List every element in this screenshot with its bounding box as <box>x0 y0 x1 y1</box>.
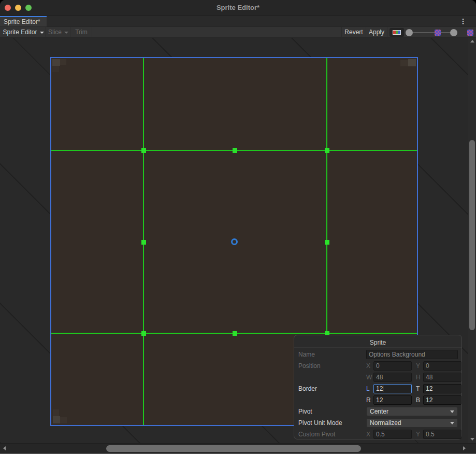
scroll-right-arrow-icon[interactable] <box>463 446 466 450</box>
custom-pivot-y-label: Y <box>416 431 423 438</box>
horizontal-scrollbar[interactable] <box>0 443 476 454</box>
texture-corner-pixels <box>52 66 59 72</box>
position-label: Position <box>298 362 366 370</box>
chevron-down-icon <box>64 32 68 34</box>
more-options-icon[interactable]: ⋮ <box>459 17 467 26</box>
mip-level-icon-large <box>467 30 473 36</box>
border-bottom-label: B <box>416 396 423 404</box>
mip-slider-handle[interactable] <box>450 29 457 36</box>
border-right-label: R <box>366 396 373 404</box>
mip-level-icon-small <box>435 30 441 36</box>
sprite-editor-window: Sprite Editor* Sprite Editor* ⋮ Sprite E… <box>0 0 476 454</box>
border-bottom-input[interactable] <box>423 395 461 405</box>
height-label: H <box>416 374 423 381</box>
toolbar-separator <box>70 27 70 37</box>
tab-label: Sprite Editor* <box>4 18 40 25</box>
maximize-button[interactable] <box>25 5 32 11</box>
pivot-row: Pivot Center <box>298 407 458 416</box>
toolbar-separator <box>46 27 46 37</box>
border-left-input[interactable] <box>373 384 412 393</box>
toolbar: Sprite Editor Slice Trim Revert Apply <box>0 27 476 37</box>
close-button[interactable] <box>5 5 11 11</box>
minimize-button[interactable] <box>15 5 21 11</box>
trim-button: Trim <box>71 27 91 37</box>
texture-corner-pixels <box>53 409 59 416</box>
texture-corner-pixels <box>60 417 67 423</box>
name-row: Name <box>298 350 458 359</box>
texture-corner-pixels <box>53 416 60 423</box>
toolbar-separator <box>92 27 92 37</box>
scroll-down-arrow-icon[interactable] <box>470 438 474 441</box>
border-left-label: L <box>366 385 373 392</box>
border-row-lt: Border L T <box>298 384 458 393</box>
tab-sprite-editor[interactable]: Sprite Editor* <box>0 16 47 26</box>
custom-pivot-row: Custom Pivot X Y <box>298 430 458 439</box>
scroll-left-arrow-icon[interactable] <box>3 446 6 450</box>
zoom-slider-handle[interactable] <box>406 29 413 36</box>
rgb-alpha-toggle-button[interactable] <box>390 28 404 37</box>
sprite-inspector-panel: Sprite Name Position X Y W H <box>294 335 462 439</box>
slice-label: Slice <box>48 29 62 36</box>
border-label: Border <box>298 385 366 392</box>
custom-pivot-x-input <box>373 430 412 439</box>
border-row-rb: R B <box>298 395 458 405</box>
height-input <box>423 373 461 382</box>
name-label: Name <box>298 351 366 358</box>
pivot-dropdown-value: Center <box>370 408 388 415</box>
text-caret <box>383 386 383 392</box>
slice-handle[interactable] <box>141 240 146 245</box>
name-input <box>366 350 458 359</box>
position-y-input <box>423 361 461 371</box>
slice-dropdown: Slice <box>47 27 69 37</box>
border-top-label: T <box>416 385 423 392</box>
rgb-channels-icon <box>393 30 401 35</box>
texture-corner-pixels <box>408 59 416 66</box>
window-title: Sprite Editor* <box>0 4 476 11</box>
sprite-editor-mode-dropdown[interactable]: Sprite Editor <box>2 27 45 37</box>
apply-label: Apply <box>369 29 384 36</box>
toolbar-separator <box>387 27 387 37</box>
pivot-unit-mode-value: Normalized <box>370 419 401 427</box>
title-bar: Sprite Editor* <box>0 0 476 16</box>
slice-handle[interactable] <box>141 148 146 153</box>
slice-handle[interactable] <box>325 240 329 245</box>
sprite-canvas[interactable]: Sprite Name Position X Y W H <box>0 38 476 443</box>
width-input <box>373 373 412 382</box>
apply-button[interactable]: Apply <box>366 27 387 37</box>
tab-bar: Sprite Editor* ⋮ <box>0 16 476 26</box>
slice-handle[interactable] <box>233 331 237 336</box>
texture-corner-pixels <box>400 60 408 66</box>
pivot-unit-mode-dropdown[interactable]: Normalized <box>366 418 458 428</box>
revert-label: Revert <box>344 29 363 36</box>
pivot-indicator[interactable] <box>231 238 238 245</box>
slice-handle[interactable] <box>325 148 329 153</box>
vertical-scrollbar[interactable] <box>468 38 476 443</box>
chevron-down-icon <box>450 422 454 424</box>
texture-corner-pixels <box>52 59 60 66</box>
position-x-label: X <box>366 362 373 370</box>
position-row-wh: W H <box>298 373 458 382</box>
pivot-dropdown[interactable]: Center <box>366 407 458 416</box>
pivot-unit-mode-label: Pivot Unit Mode <box>298 419 366 427</box>
border-right-input[interactable] <box>373 395 412 405</box>
scroll-up-arrow-icon[interactable] <box>470 40 474 42</box>
revert-button[interactable]: Revert <box>342 27 366 37</box>
custom-pivot-y-input <box>423 430 461 439</box>
pivot-label: Pivot <box>298 408 366 415</box>
slice-handle[interactable] <box>233 148 237 153</box>
vertical-scrollbar-thumb[interactable] <box>469 140 475 330</box>
texture-corner-pixels <box>60 59 66 65</box>
border-top-input[interactable] <box>423 384 461 393</box>
width-label: W <box>366 374 373 381</box>
slice-handle[interactable] <box>141 331 146 336</box>
zoom-slider-track[interactable] <box>413 32 451 33</box>
position-y-label: Y <box>416 362 423 370</box>
panel-title: Sprite <box>294 337 461 348</box>
horizontal-scrollbar-thumb[interactable] <box>106 445 361 452</box>
custom-pivot-label: Custom Pivot <box>298 431 366 438</box>
trim-label: Trim <box>75 29 88 36</box>
position-x-input <box>373 361 412 371</box>
position-row-xy: Position X Y <box>298 361 458 371</box>
sprite-editor-mode-label: Sprite Editor <box>3 29 37 36</box>
chevron-down-icon <box>450 410 454 413</box>
